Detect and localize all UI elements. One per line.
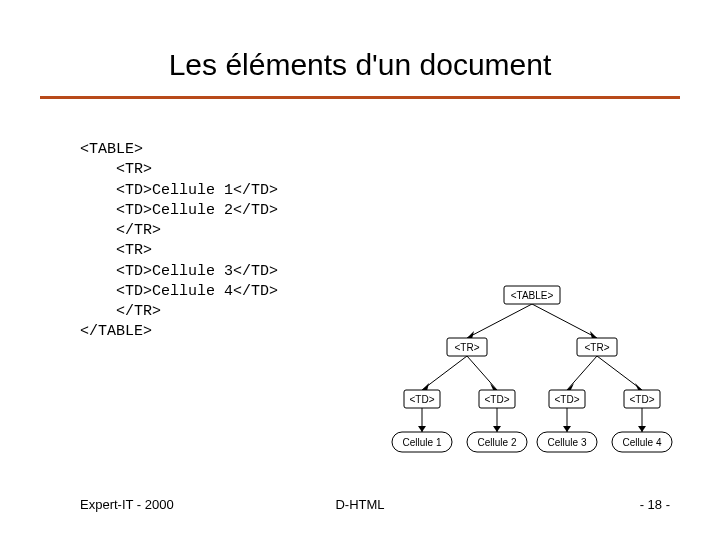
svg-line-0	[467, 304, 532, 338]
tree-leaf: Cellule 2	[478, 437, 517, 448]
code-block: <TABLE> <TR> <TD>Cellule 1</TD> <TD>Cell…	[80, 140, 278, 343]
svg-line-6	[467, 356, 497, 390]
code-line: </TR>	[80, 303, 161, 320]
code-line: <TR>	[80, 242, 152, 259]
tree-node-tr: <TR>	[454, 342, 479, 353]
svg-line-4	[422, 356, 467, 390]
tree-node-td: <TD>	[629, 394, 654, 405]
svg-marker-19	[638, 426, 646, 432]
title-rule	[40, 96, 680, 99]
svg-marker-13	[418, 426, 426, 432]
tree-node-tr: <TR>	[584, 342, 609, 353]
tree-diagram: <TABLE> <TR> <TR> <TD> <TD> <TD> <TD> Ce…	[382, 282, 682, 462]
tree-leaf: Cellule 1	[403, 437, 442, 448]
footer-center: D-HTML	[0, 497, 720, 512]
slide-title: Les éléments d'un document	[0, 48, 720, 82]
code-line: <TD>Cellule 4</TD>	[80, 283, 278, 300]
code-line: </TABLE>	[80, 323, 152, 340]
code-line: <TD>Cellule 3</TD>	[80, 263, 278, 280]
code-line: <TR>	[80, 161, 152, 178]
code-line: </TR>	[80, 222, 161, 239]
svg-marker-15	[493, 426, 501, 432]
tree-node-td: <TD>	[409, 394, 434, 405]
tree-node-td: <TD>	[484, 394, 509, 405]
svg-line-10	[597, 356, 642, 390]
tree-node-td: <TD>	[554, 394, 579, 405]
footer-right: - 18 -	[640, 497, 670, 512]
svg-line-2	[532, 304, 597, 338]
code-line: <TD>Cellule 1</TD>	[80, 182, 278, 199]
svg-line-8	[567, 356, 597, 390]
svg-marker-17	[563, 426, 571, 432]
tree-node-table: <TABLE>	[511, 290, 554, 301]
tree-leaf: Cellule 4	[623, 437, 662, 448]
tree-leaf: Cellule 3	[548, 437, 587, 448]
code-line: <TABLE>	[80, 141, 143, 158]
slide: Les éléments d'un document <TABLE> <TR> …	[0, 0, 720, 540]
code-line: <TD>Cellule 2</TD>	[80, 202, 278, 219]
